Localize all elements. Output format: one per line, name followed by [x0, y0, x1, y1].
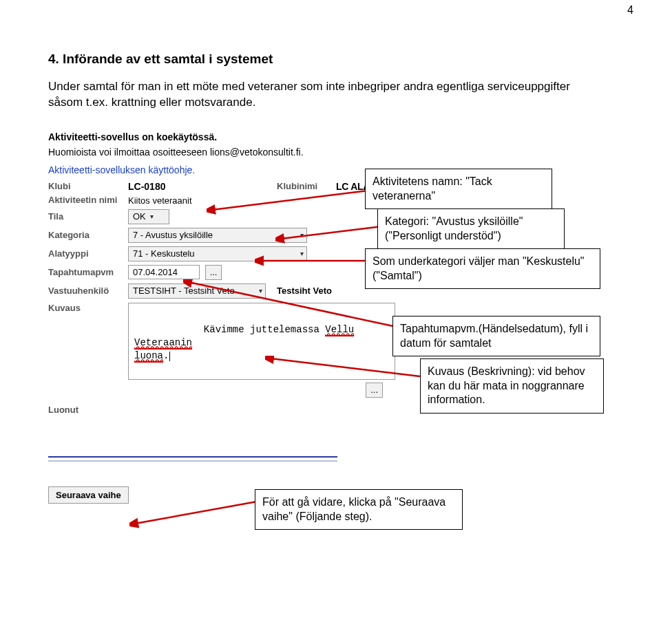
date-picker-button[interactable]: ... [205, 265, 222, 280]
arrow-icon [129, 495, 260, 529]
app-notice-1: Aktiviteetti-sovellus on koekäytössä. [48, 131, 627, 142]
label-vastuuhenkilo: Vastuuhenkilö [48, 286, 124, 296]
select-tila[interactable]: OK ▾ [128, 209, 169, 224]
select-kategoria-value: 7 - Avustus yksilöille [133, 230, 213, 240]
callout-underkategori: Som underkategori väljer man "Keskustelu… [365, 248, 600, 290]
section-heading: 4. Införande av ett samtal i systemet [48, 52, 627, 67]
svg-line-1 [281, 226, 382, 239]
app-screenshot-area: Aktiviteetti-sovellus on koekäytössä. Hu… [48, 131, 627, 504]
text-cursor [169, 352, 170, 361]
label-kategoria: Kategoria [48, 230, 124, 240]
callout-aktivitetens-namn: Aktivitetens namn: "Tack veteranerna" [365, 169, 552, 210]
page-number: 4 [627, 4, 633, 17]
value-aktiviteetin-nimi: Kiitos veteraanit [128, 195, 192, 206]
label-klubi: Klubi [48, 181, 124, 191]
arrow-icon [255, 255, 372, 269]
svg-line-0 [212, 191, 368, 210]
arrow-icon [207, 188, 372, 215]
app-notice-2: Huomioista voi ilmoittaa osoitteeseen li… [48, 147, 627, 158]
value-klubi: LC-0180 [128, 181, 165, 192]
select-alatyyppi-value: 71 - Keskustelu [133, 248, 195, 259]
separator-bottom [48, 460, 337, 462]
label-tila: Tila [48, 211, 124, 222]
label-kuvaus: Kuvaus [48, 303, 124, 313]
svg-line-3 [189, 282, 393, 326]
input-tapahtumapvm[interactable] [128, 265, 200, 279]
callout-kuvaus: Kuvaus (Beskrivning): vid behov kan du h… [420, 358, 604, 414]
label-tapahtumapvm: Tapahtumapvm [48, 267, 124, 277]
callout-next: För att gå vidare, klicka på "Seuraava v… [255, 489, 463, 530]
button-seuraava-vaihe[interactable]: Seuraava vaihe [48, 486, 129, 504]
arrow-icon [265, 356, 423, 390]
arrow-icon [275, 224, 386, 244]
select-tila-value: OK [133, 211, 146, 222]
svg-line-4 [271, 358, 420, 376]
separator-top [48, 456, 337, 458]
svg-line-5 [135, 502, 257, 524]
label-aktiviteetin-nimi: Aktiviteetin nimi [48, 195, 124, 205]
chevron-down-icon: ▾ [150, 213, 154, 220]
callout-kategori: Kategori: "Avustus yksilöille" ("Personl… [377, 208, 565, 250]
label-alatyyppi: Alatyyppi [48, 248, 124, 259]
callout-tapahtumapvm: Tapahtumapvm.(Händelsedatum), fyll i dat… [392, 316, 600, 357]
intro-paragraph: Under samtal för man in ett möte med vet… [48, 79, 599, 111]
